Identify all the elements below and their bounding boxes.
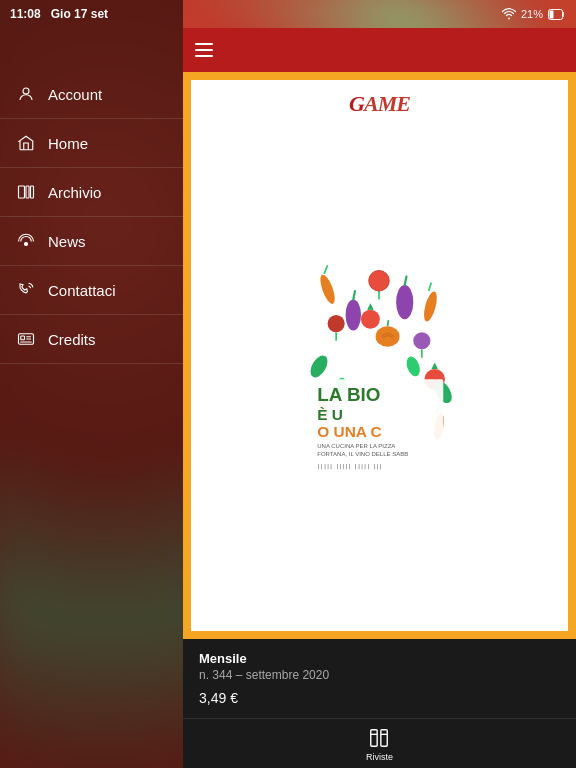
sidebar-item-contattaci[interactable]: Contattaci <box>0 266 183 315</box>
sidebar-item-account[interactable]: Account <box>0 70 183 119</box>
tab-riviste-label: Riviste <box>366 752 393 762</box>
main-area: GAME <box>183 28 576 768</box>
svg-point-14 <box>414 332 431 349</box>
svg-text:O UNA C: O UNA C <box>318 422 382 439</box>
tab-riviste[interactable]: Riviste <box>350 726 409 762</box>
svg-point-6 <box>25 243 28 246</box>
magazine-price: 3,49 € <box>199 690 560 706</box>
svg-rect-34 <box>381 729 387 746</box>
sidebar: Account Home Archivio News <box>0 0 183 768</box>
svg-point-17 <box>361 309 380 328</box>
svg-rect-3 <box>19 186 25 198</box>
status-icons: 21% <box>502 8 566 20</box>
tab-bar: Riviste <box>183 718 576 768</box>
svg-point-9 <box>318 273 338 306</box>
hamburger-line-2 <box>195 49 213 51</box>
svg-text:FORTANA, IL VINO DELLE SABB: FORTANA, IL VINO DELLE SABB <box>318 450 409 456</box>
sidebar-label-archivio: Archivio <box>48 184 101 201</box>
svg-point-15 <box>397 285 414 319</box>
sidebar-label-credits: Credits <box>48 331 96 348</box>
svg-text:È U: È U <box>318 405 344 422</box>
battery-percent: 21% <box>521 8 543 20</box>
svg-text:LA BIO: LA BIO <box>318 383 381 404</box>
svg-rect-4 <box>26 186 29 198</box>
svg-point-2 <box>23 88 29 94</box>
cover-title: GAME <box>349 86 410 118</box>
sidebar-label-contattaci: Contattaci <box>48 282 116 299</box>
magazine-area: GAME <box>183 72 576 768</box>
svg-rect-33 <box>371 729 377 746</box>
hamburger-line-1 <box>195 43 213 45</box>
cover-svg: LA BIO È U O UNA C UNA CUCINA PER LA PIZ… <box>299 255 459 495</box>
sidebar-label-home: Home <box>48 135 88 152</box>
svg-text:UNA CUCINA PER LA PIZZA: UNA CUCINA PER LA PIZZA <box>318 442 396 448</box>
sidebar-item-home[interactable]: Home <box>0 119 183 168</box>
svg-text:|||||  |||||  |||||  |||: ||||| ||||| ||||| ||| <box>318 462 383 469</box>
svg-rect-1 <box>550 10 554 18</box>
svg-rect-8 <box>21 336 25 340</box>
sidebar-label-account: Account <box>48 86 102 103</box>
svg-point-20 <box>308 352 332 380</box>
svg-point-10 <box>422 290 440 322</box>
broadcast-icon <box>16 231 36 251</box>
cover-content: GAME <box>183 72 576 639</box>
svg-point-19 <box>376 326 400 347</box>
sidebar-item-archivio[interactable]: Archivio <box>0 168 183 217</box>
magazine-info: Mensile n. 344 – settembre 2020 3,49 € <box>183 639 576 718</box>
hamburger-line-3 <box>195 55 213 57</box>
svg-point-16 <box>346 299 361 330</box>
battery-icon <box>548 9 566 20</box>
status-time: 11:08 Gio 17 set <box>10 7 108 21</box>
wifi-icon <box>502 8 516 20</box>
svg-rect-5 <box>31 186 34 198</box>
sidebar-item-credits[interactable]: Credits <box>0 315 183 364</box>
book-icon <box>367 726 391 750</box>
id-card-icon <box>16 329 36 349</box>
archive-icon <box>16 182 36 202</box>
sidebar-label-news: News <box>48 233 86 250</box>
sidebar-item-news[interactable]: News <box>0 217 183 266</box>
app-header <box>183 28 576 72</box>
magazine-mensile: Mensile <box>199 651 560 666</box>
phone-icon <box>16 280 36 300</box>
home-icon <box>16 133 36 153</box>
status-bar: 11:08 Gio 17 set 21% <box>0 0 576 28</box>
magazine-cover[interactable]: GAME <box>183 72 576 639</box>
person-icon <box>16 84 36 104</box>
menu-button[interactable] <box>195 43 213 57</box>
svg-point-13 <box>328 315 345 332</box>
magazine-issue: n. 344 – settembre 2020 <box>199 668 560 682</box>
cover-illustration: LA BIO È U O UNA C UNA CUCINA PER LA PIZ… <box>210 118 549 631</box>
cover-inner: GAME <box>191 80 568 631</box>
svg-point-23 <box>405 354 423 377</box>
